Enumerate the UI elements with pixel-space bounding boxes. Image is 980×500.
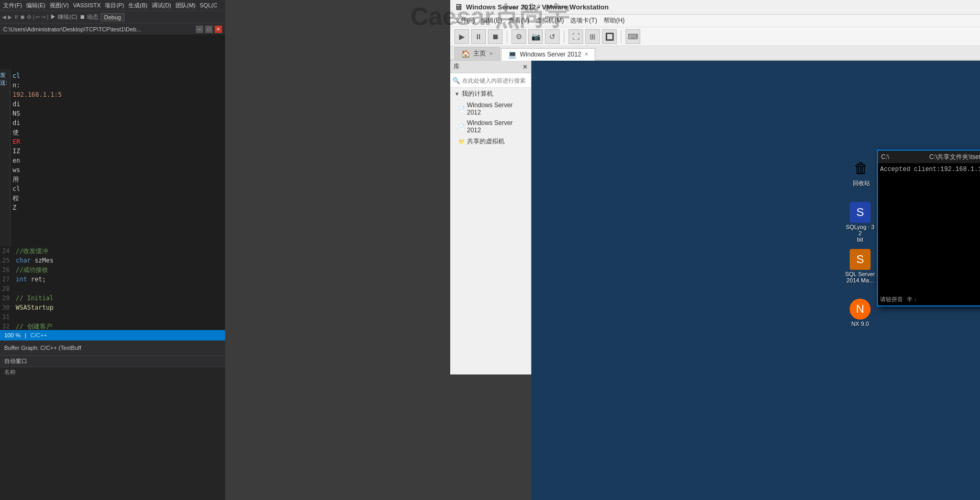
ide-maximize-button[interactable]: □ — [205, 26, 213, 33]
vmware-toolbar-pause[interactable]: ⏸ — [471, 29, 486, 44]
vmware-menu-edit[interactable]: 编辑(E) — [481, 16, 502, 25]
vm-tab-label: Windows Server 2012 — [520, 51, 581, 58]
ide-zoom-level: 100 % — [4, 332, 20, 338]
ide-status-bar: 100 % | C/C++ — [0, 330, 225, 340]
ide-stop-btn[interactable]: ⏹ 动态 — [80, 13, 98, 21]
lib-tree-ws-label-1: Windows Server 2012 — [467, 101, 527, 116]
ide-menu-vassistx[interactable]: VASSISTX — [73, 2, 101, 8]
ide-code-line-5: NS — [10, 109, 225, 118]
ide-status-info: C/C++ — [30, 332, 47, 338]
lib-tree-shared-vms[interactable]: 📁 共享的虚拟机 — [450, 135, 531, 147]
vmware-menu-view[interactable]: 查看(V) — [508, 16, 529, 25]
desktop-icon-sqlserver[interactable]: S SQL Server2014 Ma... — [844, 249, 876, 283]
ide-auto-window: 自动窗口 名称 — [0, 355, 225, 500]
home-tab-close[interactable]: ✕ — [489, 51, 493, 56]
ide-area: 文件(F) 编辑(E) 视图(V) VASSISTX 项目(P) 生成(B) 调… — [0, 0, 225, 500]
ide-menu-debug[interactable]: 调试(D) — [152, 2, 171, 9]
ide-auto-col-name: 名称 — [0, 367, 225, 377]
tree-folder-icon: 📁 — [459, 139, 465, 144]
lib-title: 库 — [453, 62, 460, 71]
ide-code-line-8: ER — [10, 137, 225, 146]
vmware-tab-windows-server[interactable]: 💻 Windows Server 2012 ✕ — [501, 48, 595, 61]
ide-code-line-10: en — [10, 156, 225, 165]
vmware-menubar: 文件(F) 编辑(E) 查看(V) 虚拟机(M) 选项卡(T) 帮助(H) — [450, 15, 980, 27]
cmd-bottom-status: 请较拼音 半： — [880, 296, 918, 303]
ide-window-path: C:\Users\Administrator\Desktop\TCP\TCP\t… — [3, 26, 141, 32]
lib-tree-my-computer[interactable]: ▼ 我的计算机 — [450, 88, 531, 100]
vmware-tab-home[interactable]: 🏠 主页 ✕ — [454, 47, 500, 60]
ide-auto-window-title: 自动窗口 — [4, 357, 27, 365]
vmware-toolbar-send-ctrlaltdel[interactable]: ⌨ — [626, 29, 640, 44]
desktop-icon-recycle[interactable]: 🗑 回收站 — [845, 157, 877, 187]
sqlyog-label: SQLyog · 32bit — [844, 224, 876, 243]
vmware-window-title: Windows Server 2012 - VMware Workstation — [466, 3, 609, 11]
ide-debug-button[interactable]: Debug — [101, 13, 125, 21]
vm-desktop: 🗑 回收站 S SQLyog · 32bit S SQL Server2014 … — [531, 61, 980, 500]
ide-code-line-2: n: — [10, 81, 225, 90]
vmware-toolbar-power-on[interactable]: ▶ — [454, 29, 469, 44]
ide-code-line-7: 使 — [10, 128, 225, 137]
ide-menu-sql[interactable]: SQL(C — [200, 2, 218, 8]
cmd-window: C:\ C:\共享文件夹\tset2.exe − □ ✕ Accepted cl… — [877, 150, 980, 306]
desktop-icon-sqlyog[interactable]: S SQLyog · 32bit — [844, 202, 876, 243]
nx-label: NX 9.0 — [851, 321, 869, 327]
sqlyog-icon: S — [850, 202, 871, 223]
vmware-menu-help[interactable]: 帮助(H) — [604, 16, 625, 25]
recycle-bin-icon: 🗑 — [851, 157, 872, 178]
sqlserver-label: SQL Server2014 Ma... — [845, 271, 875, 283]
ide-menu-build[interactable]: 生成(B) — [128, 2, 148, 9]
vmware-menu-tabs[interactable]: 选项卡(T) — [570, 16, 597, 25]
lib-tree-ws2012-2[interactable]: 📄 Windows Server 2012 — [450, 118, 531, 135]
lib-search-bar[interactable]: 🔍 — [450, 73, 531, 88]
lib-tree-ws2012-1[interactable]: 📄 Windows Server 2012 — [450, 100, 531, 118]
cmd-window-icon: C:\ — [881, 153, 889, 161]
ide-code-line-1: cl — [10, 71, 225, 81]
home-tab-label: 主页 — [473, 49, 486, 58]
vmware-toolbar-unity[interactable]: ⊞ — [585, 29, 600, 44]
vmware-toolbar-settings[interactable]: ⚙ — [511, 29, 526, 44]
vmware-tabs-bar: 🏠 主页 ✕ 💻 Windows Server 2012 ✕ — [450, 46, 980, 61]
ide-menu-edit[interactable]: 编辑(E) — [26, 2, 46, 9]
ide-toolbar-icons: ◀ ▶ ⏸ ⏹ ⚙ | ↩ ↪ | — [2, 14, 48, 20]
cmd-body: Accepted client:192.168.1.1:58003 请较拼音 半… — [878, 163, 980, 305]
lib-search-input[interactable] — [462, 77, 529, 84]
ide-minimize-button[interactable]: − — [196, 26, 203, 33]
recycle-bin-label: 回收站 — [853, 179, 870, 187]
vmware-menu-vm[interactable]: 虚拟机(M) — [536, 16, 564, 25]
sqlserver-icon: S — [850, 249, 871, 270]
ide-code-line-11: ws — [10, 165, 225, 175]
vmware-toolbar-stop[interactable]: ⏹ — [488, 29, 503, 44]
vmware-titlebar: 🖥 Windows Server 2012 - VMware Workstati… — [450, 0, 980, 15]
desktop-icon-nx[interactable]: N NX 9.0 — [844, 299, 876, 327]
vmware-toolbar-sep1 — [507, 30, 507, 43]
vmware-toolbar-view[interactable]: 🔲 — [602, 29, 617, 44]
vmware-toolbar-revert[interactable]: ↺ — [545, 29, 560, 44]
vmware-toolbar-sep3 — [621, 30, 621, 43]
ide-send-label: 发送: — [0, 71, 10, 87]
ide-continue-btn[interactable]: ▶ 继续(C) — [50, 13, 77, 21]
vmware-toolbar-sep2 — [564, 30, 564, 43]
ide-close-button[interactable]: ✕ — [215, 26, 222, 33]
vmware-library-panel: 库 ✕ 🔍 ▼ 我的计算机 📄 Windows Server 2012 📄 Wi… — [450, 61, 531, 374]
ide-menu-view[interactable]: 视图(V) — [50, 2, 69, 9]
vmware-menu-file[interactable]: 文件(F) — [454, 16, 475, 25]
vmware-toolbar-fullscreen[interactable]: ⛶ — [569, 29, 583, 44]
ide-menu-team[interactable]: 团队(M) — [175, 2, 196, 9]
ide-toolbar: ◀ ▶ ⏸ ⏹ ⚙ | ↩ ↪ | ▶ 继续(C) ⏹ 动态 Debug — [0, 10, 225, 23]
ide-buffer-graph-bar: Buffer Graph: C/C++ (TextBuff — [0, 340, 225, 355]
vm-tab-close[interactable]: ✕ — [584, 51, 588, 57]
ide-menu-project[interactable]: 项目(P) — [105, 2, 124, 9]
search-icon: 🔍 — [452, 77, 460, 84]
home-tab-icon: 🏠 — [461, 50, 470, 58]
vmware-toolbar-snapshot[interactable]: 📷 — [528, 29, 543, 44]
ide-code-line-6: di — [10, 118, 225, 128]
ide-code-content: //收发缓冲 char szMes //成功接收 int ret; // Ini… — [16, 246, 225, 330]
ide-bottom-code-panel: 24 25 26 27 28 29 30 31 32 //收发缓冲 char s… — [0, 246, 225, 330]
vmware-area: 🖥 Windows Server 2012 - VMware Workstati… — [225, 0, 980, 500]
ide-code-line-9: IZ — [10, 146, 225, 156]
lib-close-icon[interactable]: ✕ — [522, 63, 528, 71]
lib-tree-ws-label-2: Windows Server 2012 — [467, 119, 527, 134]
tree-expand-icon: ▼ — [454, 91, 460, 97]
ide-status-sep: | — [25, 332, 26, 338]
ide-menu-file[interactable]: 文件(F) — [3, 2, 22, 9]
